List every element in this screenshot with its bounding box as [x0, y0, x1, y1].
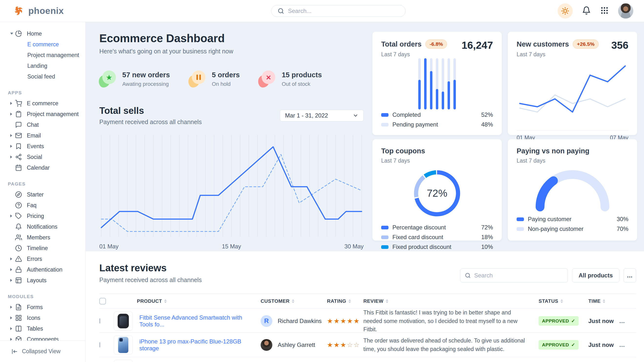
- x-icon: ×: [266, 73, 271, 82]
- apps-grid-button[interactable]: [600, 6, 609, 16]
- sidebar-item-e-commerce[interactable]: E commerce: [10, 39, 86, 50]
- sidebar-item-starter[interactable]: Starter: [10, 189, 86, 200]
- share-icon: [15, 154, 22, 160]
- sidebar: HomeE commerceProject managementLandingS…: [0, 22, 86, 362]
- iphone-image: [118, 337, 128, 353]
- product-thumbnail[interactable]: [114, 360, 133, 362]
- reviews-search-input[interactable]: [474, 272, 563, 279]
- sidebar-item-label: Events: [27, 143, 44, 150]
- column-header-time[interactable]: TIME: [588, 298, 619, 304]
- sidebar-item-social[interactable]: Social: [10, 152, 86, 162]
- customer-name[interactable]: Ashley Garrett: [278, 342, 315, 348]
- sidebar-item-authentication[interactable]: Authentication: [10, 264, 86, 275]
- sidebar-item-calendar[interactable]: Calendar: [10, 162, 86, 173]
- global-search-input[interactable]: [288, 7, 399, 14]
- total-orders-card: Total orders -6.8% Last 7 days 16,247 Co…: [372, 32, 502, 135]
- brand-logo[interactable]: phoenix: [14, 5, 64, 16]
- product-thumbnail[interactable]: [114, 336, 133, 355]
- collapse-sidebar-button[interactable]: Collapsed View: [0, 341, 86, 362]
- sidebar-item-label: Layouts: [27, 277, 46, 284]
- check-icon: ✓: [571, 318, 575, 324]
- sidebar-item-label: Project management: [27, 111, 78, 118]
- legend-value: 52%: [481, 111, 493, 118]
- dashboard-section: Ecommerce Dashboard Here's what's going …: [86, 22, 644, 251]
- sort-icon[interactable]: [386, 299, 388, 303]
- columns-icon: [15, 325, 22, 332]
- table-row: Fitbit Sense Advanced Smartwatch with To…: [99, 308, 636, 333]
- sidebar-item-email[interactable]: Email: [10, 130, 86, 141]
- reviews-more-button[interactable]: ...: [624, 268, 636, 283]
- caret-right-icon: [10, 113, 15, 116]
- total-orders-title: Total orders: [381, 40, 422, 48]
- sidebar-item-faq[interactable]: Faq: [10, 200, 86, 211]
- sidebar-item-social-feed[interactable]: Social feed: [10, 71, 86, 82]
- sort-icon[interactable]: [164, 299, 167, 303]
- all-products-filter-button[interactable]: All products: [572, 268, 619, 283]
- column-header-product[interactable]: PRODUCT: [114, 298, 261, 304]
- collapse-sidebar-label: Collapsed View: [22, 348, 60, 355]
- box-icon: [15, 336, 22, 341]
- sidebar-item-tables[interactable]: Tables: [10, 323, 86, 334]
- sidebar-item-label: Home: [27, 30, 42, 37]
- column-header-customer[interactable]: CUSTOMER: [261, 298, 327, 304]
- sidebar-item-project-management[interactable]: Project management: [10, 109, 86, 119]
- column-header-rating[interactable]: RATING: [327, 298, 363, 304]
- sidebar-item-layouts[interactable]: Layouts: [10, 275, 86, 286]
- row-checkbox[interactable]: [99, 342, 100, 347]
- select-all-checkbox[interactable]: [99, 298, 106, 305]
- latest-reviews-section: Latest reviews Payment received across a…: [86, 251, 644, 362]
- sidebar-item-home[interactable]: Home: [10, 28, 86, 39]
- x-label-start: 01 May: [99, 243, 118, 250]
- row-menu-button[interactable]: ...: [619, 318, 636, 325]
- date-range-select[interactable]: Mar 1 - 31, 2022: [280, 110, 364, 121]
- row-checkbox[interactable]: [99, 318, 100, 324]
- sidebar-item-members[interactable]: Members: [10, 232, 86, 243]
- nine-dots-grid-icon: [600, 6, 609, 15]
- sidebar-item-components[interactable]: Components: [10, 334, 86, 341]
- product-thumbnail[interactable]: [114, 312, 133, 331]
- user-avatar[interactable]: [618, 3, 633, 18]
- row-menu-button[interactable]: ...: [619, 342, 636, 348]
- sidebar-item-timeline[interactable]: Timeline: [10, 243, 86, 253]
- reviews-search[interactable]: [460, 268, 568, 283]
- stat-icon-x-mark: ×: [259, 70, 275, 88]
- sidebar-item-forms[interactable]: Forms: [10, 302, 86, 313]
- sidebar-item-notifications[interactable]: Notifications: [10, 221, 86, 232]
- paying-title: Paying vs non paying: [516, 147, 589, 155]
- sidebar-item-chat[interactable]: Chat: [10, 119, 86, 130]
- caret-right-icon: [10, 156, 15, 159]
- customer-name[interactable]: Richard Dawkins: [278, 318, 322, 325]
- sort-icon[interactable]: [348, 299, 351, 303]
- sort-icon[interactable]: [603, 299, 605, 303]
- reviews-table: PRODUCTCUSTOMERRATINGREVIEWSTATUSTIMEFit…: [99, 294, 636, 362]
- total-sells-x-axis: 01 May 15 May 30 May: [99, 243, 364, 250]
- top-coupons-title: Top coupons: [381, 147, 425, 155]
- column-header-status[interactable]: STATUS: [538, 298, 588, 304]
- sidebar-item-project-management[interactable]: Project management: [10, 50, 86, 60]
- x-label-end: 30 May: [344, 243, 364, 250]
- legend-label: Non-paying customer: [528, 225, 584, 232]
- bell-icon: [15, 223, 22, 230]
- grid-icon: [15, 315, 22, 321]
- sidebar-item-landing[interactable]: Landing: [10, 60, 86, 71]
- date-range-value: Mar 1 - 31, 2022: [285, 112, 328, 119]
- alert-triangle-icon: [15, 255, 22, 262]
- sidebar-item-icons[interactable]: Icons: [10, 313, 86, 323]
- sort-icon[interactable]: [292, 299, 294, 303]
- avatar: R: [261, 315, 272, 327]
- global-search[interactable]: [271, 5, 406, 17]
- sidebar-item-label: Social: [27, 154, 42, 160]
- sidebar-item-errors[interactable]: Errors: [10, 253, 86, 264]
- status-badge: APPROVED ✓: [538, 316, 578, 326]
- sidebar-item-pricing[interactable]: Pricing: [10, 211, 86, 221]
- column-header-review[interactable]: REVIEW: [363, 298, 538, 304]
- sidebar-item-e-commerce[interactable]: E commerce: [10, 98, 86, 109]
- theme-toggle-button[interactable]: [558, 3, 573, 18]
- notifications-button[interactable]: [582, 6, 591, 16]
- users-icon: [15, 234, 22, 241]
- sort-icon[interactable]: [560, 299, 563, 303]
- sidebar-item-events[interactable]: Events: [10, 141, 86, 152]
- product-link[interactable]: Fitbit Sense Advanced Smartwatch with To…: [139, 314, 254, 328]
- total-sells-subtitle: Payment received across all channels: [99, 119, 202, 126]
- product-link[interactable]: iPhone 13 pro max-Pacific Blue-128GB sto…: [139, 338, 254, 352]
